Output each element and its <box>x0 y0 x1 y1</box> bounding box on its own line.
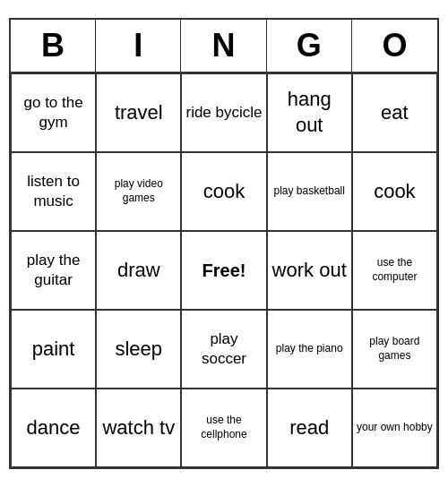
bingo-cell-10: play the guitar <box>11 231 96 310</box>
bingo-cell-24: your own hobby <box>352 389 437 467</box>
bingo-card: BINGO go to the gymtravelride byciclehan… <box>9 18 439 469</box>
bingo-cell-18: play the piano <box>267 310 352 389</box>
bingo-cell-9: cook <box>352 152 437 231</box>
bingo-cell-5: listen to music <box>11 152 96 231</box>
bingo-cell-13: work out <box>267 231 352 310</box>
bingo-cell-23: read <box>267 389 352 467</box>
bingo-cell-8: play basketball <box>267 152 352 231</box>
bingo-cell-16: sleep <box>96 310 181 389</box>
bingo-cell-11: draw <box>96 231 181 310</box>
bingo-cell-6: play video games <box>96 152 181 231</box>
bingo-cell-20: dance <box>11 389 96 467</box>
bingo-cell-12: Free! <box>181 231 266 310</box>
header-letter-i: I <box>96 20 181 72</box>
bingo-cell-22: use the cellphone <box>181 389 266 467</box>
bingo-cell-15: paint <box>11 310 96 389</box>
bingo-cell-19: play board games <box>352 310 437 389</box>
header-letter-o: O <box>352 20 437 72</box>
bingo-cell-2: ride bycicle <box>181 73 266 152</box>
bingo-header: BINGO <box>11 20 437 73</box>
header-letter-g: G <box>267 20 352 72</box>
bingo-cell-4: eat <box>352 73 437 152</box>
bingo-cell-3: hang out <box>267 73 352 152</box>
bingo-cell-7: cook <box>181 152 266 231</box>
bingo-cell-14: use the computer <box>352 231 437 310</box>
bingo-cell-0: go to the gym <box>11 73 96 152</box>
bingo-cell-17: play soccer <box>181 310 266 389</box>
header-letter-b: B <box>11 20 96 72</box>
bingo-grid: go to the gymtravelride byciclehang oute… <box>11 73 437 467</box>
bingo-cell-21: watch tv <box>96 389 181 467</box>
bingo-cell-1: travel <box>96 73 181 152</box>
header-letter-n: N <box>181 20 266 72</box>
